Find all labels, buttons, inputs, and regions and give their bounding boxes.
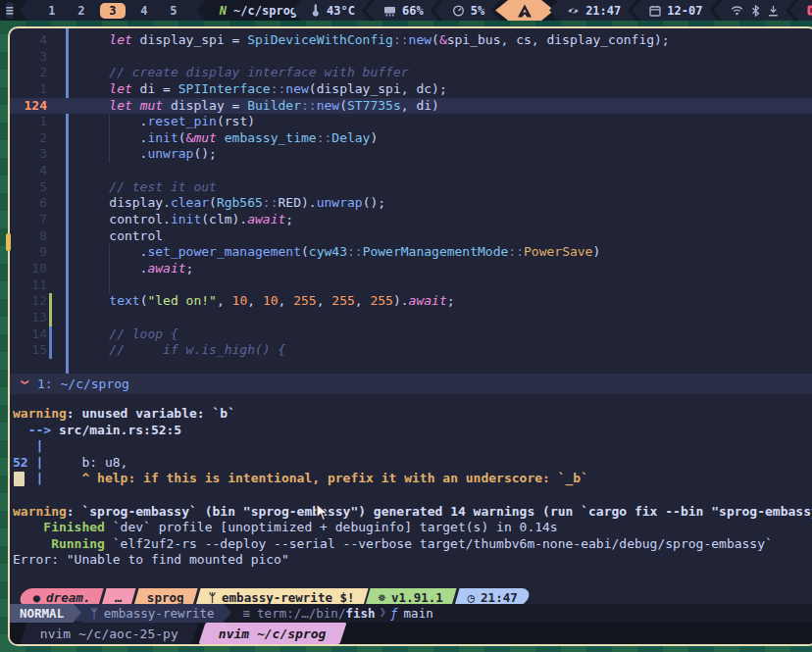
code-text: .reset_pin(rst)	[66, 114, 255, 130]
sign-column	[55, 277, 66, 294]
kitty-tab[interactable]: nvim ~/c/aoc-25-py	[20, 623, 198, 644]
code-line[interactable]: 124 let mut display = Builder::new(ST773…	[10, 98, 812, 115]
embedded-terminal[interactable]: warning: unused variable: `b` --> src/ma…	[10, 394, 812, 604]
workspace-button-3[interactable]: 3	[100, 3, 126, 19]
buffer-file: fish	[345, 606, 375, 621]
code-text: .unwrap();	[66, 146, 217, 163]
code-text	[66, 310, 78, 326]
code-line[interactable]: 4	[10, 163, 812, 179]
workspace-button-2[interactable]: 2	[67, 4, 96, 18]
bluetooth-icon[interactable]	[751, 5, 760, 17]
code-text: let display_spi = SpiDeviceWithConfig::n…	[66, 32, 670, 49]
tray-overflow-module[interactable]: n	[789, 0, 812, 21]
terminal-line[interactable]: Running `elf2uf2-rs --deploy --serial --…	[13, 536, 812, 553]
gitsign-change	[55, 326, 66, 343]
code-line[interactable]: 1 let di = SPIInterface::new(display_spi…	[10, 81, 812, 98]
menu-icon: ≡	[6, 3, 14, 18]
sign-column	[55, 49, 66, 66]
clock-module: 21:47	[549, 0, 636, 21]
line-number: 1	[10, 114, 55, 130]
powerline-separator	[224, 604, 231, 622]
sign-column	[55, 195, 66, 212]
code-line[interactable]: 15 // if w.is_high() {	[10, 342, 812, 359]
wifi-icon[interactable]	[731, 5, 743, 16]
code-line[interactable]: 7 control.init(clm).await;	[10, 212, 812, 228]
code-line[interactable]: 4 let display_spi = SpiDeviceWithConfig:…	[10, 32, 812, 49]
terminal-line[interactable]: warning: `sprog-embassy` (bin "sprog-emb…	[13, 504, 812, 521]
sign-column	[55, 179, 66, 196]
prompt-segment-path-ellipsis: …	[102, 588, 136, 604]
code-line[interactable]: 2 .init(&mut embassy_time::Delay)	[10, 130, 812, 147]
border-marker	[6, 233, 11, 251]
terminal-line[interactable]: Finished `dev` profile [unoptimized + de…	[13, 520, 812, 536]
menu-button[interactable]: ≡	[6, 2, 14, 19]
workspace-button-1[interactable]: 1	[37, 4, 67, 18]
code-text	[66, 49, 78, 66]
terminal-line[interactable]	[13, 569, 812, 585]
git-branch-icon: ᛘ	[209, 590, 216, 604]
host-icon: ●	[33, 590, 40, 604]
buffer-path: term:/…/bin/	[257, 606, 345, 621]
prompt-segment-rust-version: ☸v1.91.1	[366, 588, 457, 604]
line-number: 6	[10, 195, 55, 212]
code-text: // create display interface with buffer	[66, 65, 409, 81]
terminal-cursor	[14, 472, 25, 486]
code-text: control	[66, 228, 163, 245]
line-number: 1	[10, 81, 55, 98]
line-number: 124	[10, 98, 55, 115]
prompt-segment-time: ◷21:47	[455, 588, 532, 604]
editor-buffer[interactable]: 4 let display_spi = SpiDeviceWithConfig:…	[10, 28, 812, 374]
branch-icon: ᛘ	[90, 606, 98, 621]
terminal-line[interactable]: |	[13, 438, 812, 455]
sign-column	[55, 146, 66, 163]
neovim-icon: N	[220, 4, 227, 18]
code-line[interactable]: 3 .unwrap();	[10, 146, 812, 163]
terminal-line[interactable]: Error: "Unable to find mounted pico"	[13, 552, 812, 569]
mouse-pointer	[316, 503, 330, 522]
kitty-tab-bar: nvim ~/c/aoc-25-pynvim ~/c/sprog	[10, 623, 812, 644]
waybar-modules: 43°C 66% 5% 21:47 12-07 n	[297, 0, 812, 21]
workspace-button-5[interactable]: 5	[159, 4, 188, 18]
line-number: 2	[10, 65, 55, 81]
code-line[interactable]: 2 // create display interface with buffe…	[10, 65, 812, 81]
code-line[interactable]: 14 // loop {	[10, 326, 812, 343]
code-line[interactable]: 11	[10, 277, 812, 294]
system-tray	[713, 0, 794, 21]
eye-off-icon	[567, 5, 580, 17]
code-line[interactable]: 1 .reset_pin(rst)	[10, 114, 812, 130]
terminal-line[interactable]: warning: unused variable: `b`	[13, 406, 812, 423]
terminal-line[interactable]: 52 | b: u8,	[13, 455, 812, 472]
arch-launcher-button[interactable]	[495, 0, 554, 21]
terminal-line[interactable]	[13, 487, 812, 504]
temperature-value: 43°C	[327, 4, 355, 18]
terminal-section-header[interactable]: ❯ 1: ~/c/sprog	[10, 374, 812, 394]
code-line[interactable]: 5 // test it out	[10, 179, 812, 196]
code-line[interactable]: 3	[10, 49, 812, 66]
workspace-button-4[interactable]: 4	[129, 4, 159, 18]
time-icon: ◷	[468, 590, 475, 604]
line-number: 9	[10, 244, 55, 261]
code-line[interactable]: 13	[10, 310, 812, 326]
date-module: 12-07	[632, 0, 718, 21]
terminal-line[interactable]: --> src/main.rs:52:5	[13, 423, 812, 439]
sign-column	[55, 98, 66, 115]
clock-value: 21:47	[585, 4, 621, 18]
code-line[interactable]: 10 .await;	[10, 261, 812, 277]
list-icon: ≡	[243, 606, 251, 621]
code-line[interactable]: 8 control	[10, 228, 812, 245]
sign-column	[55, 228, 66, 245]
buffer-name: ≡ term:/…/bin/fish	[243, 604, 376, 623]
kitty-tab-active[interactable]: nvim ~/c/sprog	[198, 623, 346, 644]
terminal-line[interactable]: | ^ help: if this is intentional, prefix…	[13, 471, 812, 487]
cpu-module: 5%	[434, 0, 500, 21]
function-icon: ƒ	[390, 606, 398, 621]
code-line[interactable]: 12 text("led on!", 10, 10, 255, 255, 255…	[10, 293, 812, 310]
terminal-section-label: 1: ~/c/sprog	[37, 376, 129, 391]
line-number: 3	[10, 146, 55, 163]
sign-column	[55, 244, 66, 261]
download-icon[interactable]	[768, 5, 779, 17]
code-line[interactable]: 9 .set_power_management(cyw43::PowerMana…	[10, 244, 812, 261]
code-line[interactable]: 6 display.clear(Rgb565::RED).unwrap();	[10, 195, 812, 212]
statusline: NORMAL ᛘ embassy-rewrite ≡ term:/…/bin/f…	[10, 604, 812, 623]
code-text: let di = SPIInterface::new(display_spi, …	[66, 81, 447, 98]
